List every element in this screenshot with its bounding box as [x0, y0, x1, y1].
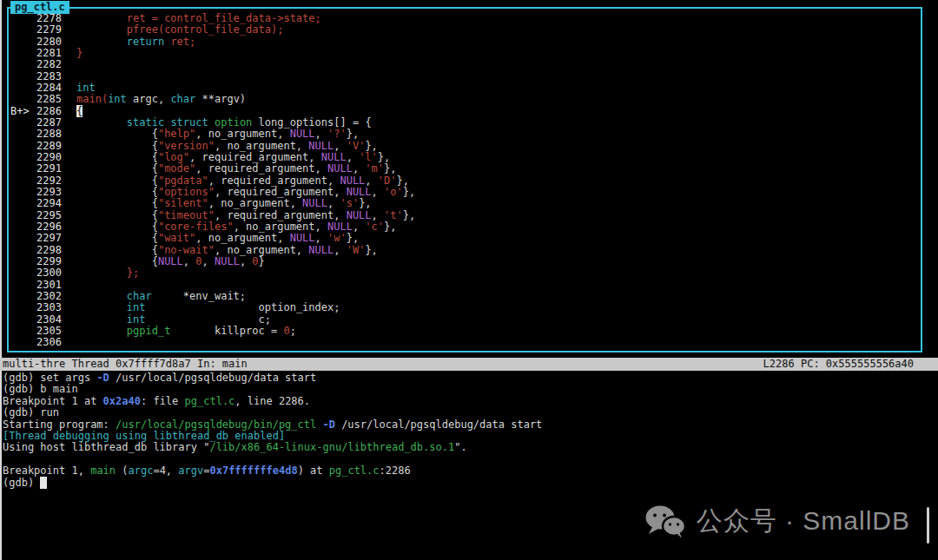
code-text: {"help", no_argument, NULL, '?'},	[76, 128, 359, 140]
text-segment: 0x7fffffffe4d8	[209, 464, 297, 477]
text-segment: char	[170, 93, 195, 105]
cursor-highlight	[40, 477, 46, 489]
text-segment: , no_argument,	[215, 140, 308, 152]
console-line: (gdb) run	[3, 407, 935, 418]
text-segment: (gdb) b main	[3, 383, 78, 395]
text-segment: ,	[315, 232, 327, 244]
source-line: 2279 pfree(control_file_data);	[9, 24, 921, 36]
source-line: 2278 ret = control_file_data->state;	[9, 13, 921, 24]
console-line: Breakpoint 1 at 0x2a40: file pg_ctl.c, l…	[3, 396, 935, 407]
line-number: 2292	[36, 175, 63, 187]
text-segment: (gdb) run	[3, 406, 59, 418]
breakpoint-marker	[10, 13, 36, 24]
text-segment: },	[396, 175, 408, 187]
console-line: [Thread debugging using libthread_db ena…	[3, 431, 935, 442]
text-segment: /usr/local/pgsqldebug/data start	[109, 372, 316, 384]
code-text: pgpid_t killproc = 0;	[76, 326, 296, 337]
line-number: 2286	[36, 106, 63, 117]
source-line: 2280 return ret;	[9, 36, 921, 48]
breakpoint-marker	[10, 187, 36, 198]
source-line: 2306	[9, 337, 921, 348]
breakpoint-marker	[10, 36, 36, 48]
source-line: 2304 int c;	[9, 314, 921, 326]
text-segment	[76, 116, 127, 128]
text-segment: , line 2286.	[234, 395, 310, 407]
source-line: 2300 };	[9, 267, 921, 279]
text-segment: },	[378, 151, 390, 163]
code-text: {"pgdata", required_argument, NULL, 'D'}…	[76, 175, 409, 187]
line-number: 2302	[36, 291, 63, 302]
code-text: {"wait", no_argument, NULL, 'w'},	[76, 233, 359, 244]
console-line: (gdb) set args -D /usr/local/pgsqldebug/…	[3, 372, 935, 384]
text-segment: Breakpoint 1,	[3, 464, 90, 477]
breakpoint-marker	[10, 48, 36, 59]
breakpoint-marker	[10, 221, 36, 233]
text-segment: "silent"	[158, 197, 208, 209]
text-segment: 's'	[340, 197, 359, 209]
terminal-left-edge	[0, 0, 2, 560]
text-segment: {	[76, 244, 158, 256]
text-segment: -D	[322, 418, 334, 431]
text-segment: ;	[290, 325, 296, 337]
watermark: 公众号 · SmallDB	[644, 504, 910, 539]
text-segment: :2286	[380, 464, 411, 477]
line-number: 2290	[36, 152, 63, 163]
text-segment: 0	[283, 325, 289, 337]
console-line: Breakpoint 1, main (argc=4, argv=0x7ffff…	[3, 465, 935, 477]
source-line: 2284int	[9, 82, 921, 94]
text-segment: "options"	[158, 186, 215, 198]
breakpoint-marker	[10, 82, 36, 94]
line-number: 2299	[36, 256, 63, 267]
text-segment: , required_argument,	[215, 186, 347, 198]
text-segment: },	[403, 186, 415, 198]
text-segment: ,	[372, 209, 384, 221]
code-text: {"options", required_argument, NULL, 'o'…	[76, 187, 415, 198]
source-line: 2285main(int argc, char **argv)	[9, 94, 921, 105]
code-text: {"timeout", required_argument, NULL, 't'…	[76, 210, 415, 221]
breakpoint-marker	[10, 314, 36, 326]
line-number: 2304	[36, 314, 63, 326]
console-line: (gdb) b main	[3, 384, 935, 395]
text-segment: return	[127, 36, 164, 48]
text-segment	[76, 12, 127, 24]
line-number: 2285	[36, 94, 63, 105]
text-segment: "help"	[158, 128, 195, 140]
text-segment: , no_argument,	[195, 232, 289, 244]
line-number: 2287	[36, 117, 63, 128]
line-number: 2278	[36, 13, 63, 24]
text-segment: {	[76, 175, 158, 187]
text-segment: '?'	[327, 128, 347, 140]
console-line: Starting program: /usr/local/pgsqldebug/…	[3, 419, 935, 431]
text-segment: *env_wait;	[152, 290, 246, 302]
gdb-console[interactable]: (gdb) set args -D /usr/local/pgsqldebug/…	[3, 372, 935, 489]
line-number: 2284	[36, 82, 63, 94]
text-segment: argv	[178, 464, 203, 477]
text-segment: ) at	[298, 464, 329, 477]
text-segment: NULL	[347, 186, 372, 198]
text-segment: NULL	[308, 140, 334, 152]
text-segment: "wait"	[158, 232, 195, 244]
text-segment: "mode"	[158, 162, 195, 175]
text-segment: Breakpoint 1 at	[3, 395, 103, 407]
breakpoint-marker	[10, 256, 36, 267]
breakpoint-marker	[10, 198, 36, 209]
source-window: pg_ctl.c 2278 ret = control_file_data->s…	[7, 7, 922, 352]
line-number: 2300	[36, 267, 63, 279]
text-segment: , required_argument,	[189, 151, 321, 163]
breakpoint-marker	[10, 152, 36, 163]
code-text: {"silent", no_argument, NULL, 's'},	[76, 198, 372, 209]
text-segment: argc,	[127, 93, 171, 105]
text-segment: static	[127, 116, 164, 128]
text-segment: 'D'	[378, 175, 397, 187]
breakpoint-marker	[10, 302, 36, 313]
text-segment	[76, 36, 127, 48]
text-segment: , required_argument,	[208, 175, 340, 187]
text-segment: ,	[334, 140, 346, 152]
text-segment: },	[347, 232, 359, 244]
line-number: 2291	[36, 163, 63, 175]
text-segment: ,	[334, 244, 346, 256]
source-line: 2301	[9, 280, 921, 291]
code-text: pfree(control_file_data);	[76, 24, 283, 36]
code-text: {"version", no_argument, NULL, 'V'},	[76, 141, 378, 152]
text-segment	[208, 116, 215, 128]
